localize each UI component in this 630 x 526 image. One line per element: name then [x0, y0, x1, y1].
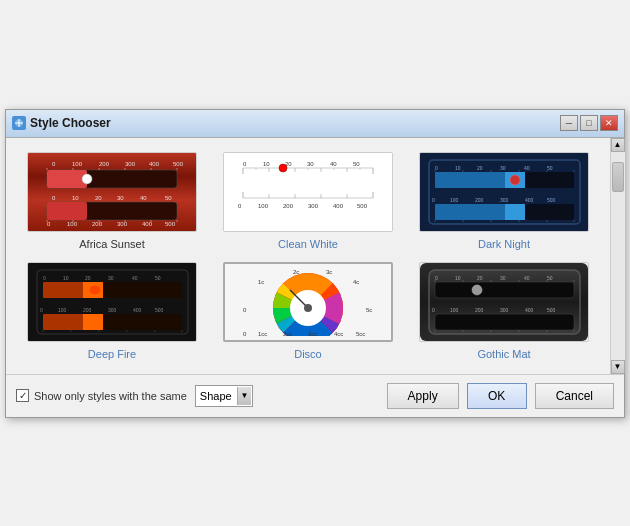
- svg-point-154: [304, 304, 312, 312]
- svg-text:400: 400: [525, 307, 534, 313]
- svg-text:100: 100: [450, 197, 459, 203]
- dark-svg: 0 10 20 30 40 50: [427, 158, 582, 226]
- svg-text:50: 50: [165, 195, 172, 201]
- svg-rect-25: [47, 202, 87, 220]
- svg-rect-95: [505, 204, 525, 220]
- svg-text:10: 10: [455, 165, 461, 171]
- svg-text:0: 0: [243, 161, 247, 167]
- svg-text:100: 100: [258, 203, 269, 209]
- svg-text:200: 200: [283, 203, 294, 209]
- close-button[interactable]: ✕: [600, 115, 618, 131]
- scrollbar[interactable]: ▲ ▼: [610, 138, 624, 374]
- svg-text:100: 100: [72, 161, 83, 167]
- svg-text:400: 400: [142, 221, 153, 226]
- africa-svg: 0 100 200 300 400 500: [37, 158, 187, 226]
- svg-rect-121: [83, 314, 103, 330]
- svg-point-80: [510, 175, 520, 185]
- svg-text:300: 300: [125, 161, 136, 167]
- svg-text:0: 0: [47, 221, 51, 226]
- svg-text:500: 500: [547, 197, 556, 203]
- main-content: 0 100 200 300 400 500: [6, 138, 610, 374]
- scroll-up-arrow[interactable]: ▲: [611, 138, 625, 152]
- svg-text:300: 300: [117, 221, 128, 226]
- svg-text:300: 300: [500, 307, 509, 313]
- svg-point-56: [279, 164, 287, 172]
- style-item-dark-night: 0 10 20 30 40 50: [412, 152, 596, 250]
- style-item-disco: 0 1c 2c 3c 4c 5c 0 1cc 2cc 3cc: [216, 262, 400, 360]
- svg-text:500: 500: [357, 203, 368, 209]
- svg-point-17: [82, 174, 92, 184]
- svg-text:300: 300: [500, 197, 509, 203]
- title-bar-left: Style Chooser: [12, 116, 111, 130]
- gothic-mat-gauge: 0 10 20 30 40 50: [420, 263, 588, 341]
- deep-fire-gauge: 0 10 20 30 40 50: [28, 263, 196, 341]
- africa-sunset-label: Africa Sunset: [79, 238, 144, 250]
- window-icon: [12, 116, 26, 130]
- svg-text:30: 30: [500, 275, 506, 281]
- show-same-checkbox[interactable]: ✓: [16, 389, 29, 402]
- svg-text:400: 400: [149, 161, 160, 167]
- style-preview-clean-white[interactable]: 0 10 20 30 40 50: [223, 152, 393, 232]
- svg-text:50: 50: [547, 165, 553, 171]
- shape-select[interactable]: Shape Color Type: [195, 385, 253, 407]
- svg-rect-176: [435, 314, 574, 330]
- svg-text:20: 20: [477, 275, 483, 281]
- svg-text:0: 0: [243, 307, 247, 313]
- style-chooser-window: Style Chooser ─ □ ✕ 0 100: [5, 109, 625, 418]
- svg-text:50: 50: [353, 161, 360, 167]
- style-preview-africa-sunset[interactable]: 0 100 200 300 400 500: [27, 152, 197, 232]
- svg-text:3c: 3c: [326, 269, 332, 275]
- bottom-bar: ✓ Show only styles with the same Shape C…: [6, 374, 624, 417]
- gothic-mat-label: Gothic Mat: [477, 348, 530, 360]
- svg-text:200: 200: [83, 307, 92, 313]
- svg-text:40: 40: [132, 275, 138, 281]
- cancel-button[interactable]: Cancel: [535, 383, 614, 409]
- style-item-clean-white: 0 10 20 30 40 50: [216, 152, 400, 250]
- svg-rect-94: [435, 204, 515, 220]
- svg-text:3cc: 3cc: [308, 331, 317, 336]
- restore-button[interactable]: □: [580, 115, 598, 131]
- svg-text:5c: 5c: [366, 307, 372, 313]
- scroll-down-arrow[interactable]: ▼: [611, 360, 625, 374]
- svg-text:0: 0: [435, 275, 438, 281]
- svg-text:40: 40: [140, 195, 147, 201]
- svg-text:20: 20: [477, 165, 483, 171]
- svg-text:200: 200: [92, 221, 103, 226]
- svg-text:50: 50: [547, 275, 553, 281]
- shape-select-wrapper: Shape Color Type ▼: [195, 385, 253, 407]
- style-preview-deep-fire[interactable]: 0 10 20 30 40 50: [27, 262, 197, 342]
- style-preview-disco[interactable]: 0 1c 2c 3c 4c 5c 0 1cc 2cc 3cc: [223, 262, 393, 342]
- minimize-button[interactable]: ─: [560, 115, 578, 131]
- svg-text:4cc: 4cc: [334, 331, 343, 336]
- svg-text:500: 500: [173, 161, 184, 167]
- scroll-thumb[interactable]: [612, 162, 624, 192]
- title-bar: Style Chooser ─ □ ✕: [6, 110, 624, 138]
- checkbox-tick: ✓: [19, 390, 27, 401]
- svg-text:2cc: 2cc: [283, 331, 292, 336]
- svg-text:0: 0: [52, 195, 56, 201]
- style-item-africa-sunset: 0 100 200 300 400 500: [20, 152, 204, 250]
- svg-text:50: 50: [155, 275, 161, 281]
- style-preview-dark-night[interactable]: 0 10 20 30 40 50: [419, 152, 589, 232]
- svg-text:100: 100: [450, 307, 459, 313]
- svg-text:0: 0: [52, 161, 56, 167]
- svg-text:4c: 4c: [353, 279, 359, 285]
- svg-text:300: 300: [308, 203, 319, 209]
- checkbox-area: ✓ Show only styles with the same: [16, 389, 187, 402]
- svg-text:30: 30: [117, 195, 124, 201]
- apply-button[interactable]: Apply: [387, 383, 459, 409]
- clean-white-label: Clean White: [278, 238, 338, 250]
- style-preview-gothic-mat[interactable]: 0 10 20 30 40 50: [419, 262, 589, 342]
- ok-button[interactable]: OK: [467, 383, 527, 409]
- scroll-track[interactable]: [611, 152, 625, 360]
- svg-text:10: 10: [72, 195, 79, 201]
- svg-text:0: 0: [432, 307, 435, 313]
- svg-point-112: [89, 285, 101, 295]
- svg-text:2c: 2c: [293, 269, 299, 275]
- content-area: 0 100 200 300 400 500: [6, 138, 624, 374]
- svg-text:0: 0: [238, 203, 242, 209]
- svg-text:500: 500: [547, 307, 556, 313]
- svg-rect-10: [47, 170, 87, 188]
- svg-text:0: 0: [243, 331, 247, 336]
- fire-svg: 0 10 20 30 40 50: [35, 268, 190, 336]
